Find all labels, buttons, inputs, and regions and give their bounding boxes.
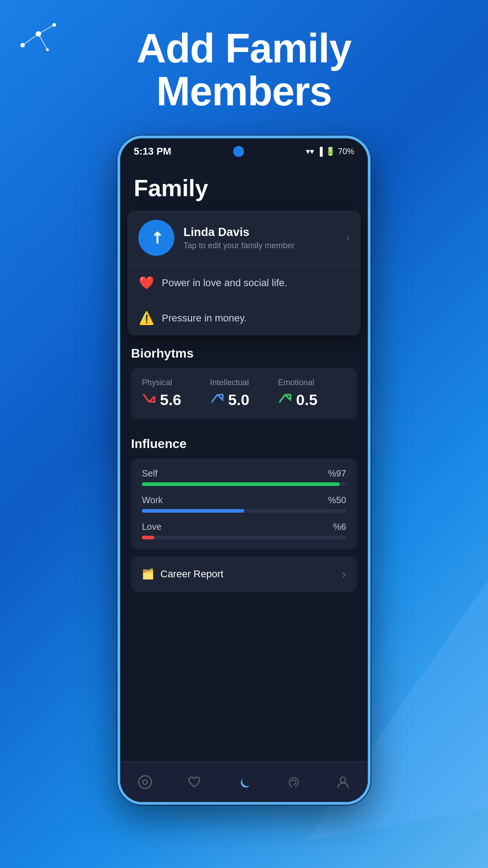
- biorhythm-intellectual: Intellectual 5.0: [210, 378, 278, 409]
- nav-moon[interactable]: [236, 774, 252, 790]
- heart-icon: ❤️: [138, 275, 155, 290]
- influence-self: Self %97: [142, 468, 346, 486]
- intellectual-label: Intellectual: [210, 378, 249, 387]
- biorhythm-card: Physical 5.6 Intellectual: [131, 368, 357, 419]
- self-label: Self: [142, 468, 157, 479]
- influence-card: Self %97 Work %50: [131, 458, 357, 549]
- svg-point-9: [340, 777, 346, 783]
- self-progress-fill: [142, 482, 340, 486]
- career-label: Career Report: [160, 568, 223, 580]
- insight-love-text: Power in love and social life.: [162, 277, 287, 289]
- briefcase-icon: 🗂️: [142, 568, 154, 580]
- family-title: Family: [134, 175, 354, 202]
- influence-work: Work %50: [142, 495, 346, 513]
- nav-favorites[interactable]: [186, 774, 202, 790]
- member-info: Linda Davis Tap to edit your family memb…: [183, 225, 337, 250]
- self-progress-bg: [142, 482, 346, 486]
- influence-title: Influence: [131, 437, 357, 451]
- physical-value: 5.6: [142, 391, 181, 409]
- physical-label: Physical: [142, 378, 172, 387]
- biorhythm-physical: Physical 5.6: [142, 378, 210, 409]
- insight-row-money: ⚠️ Pressure in money.: [127, 301, 361, 335]
- status-notch: [233, 146, 244, 157]
- self-pct: %97: [328, 468, 346, 479]
- biorhythms-title: Biorhytms: [131, 346, 357, 361]
- work-progress-bg: [142, 509, 346, 513]
- battery-pct: 70%: [338, 147, 354, 156]
- career-left: 🗂️ Career Report: [142, 568, 223, 580]
- intellectual-trend-icon: [210, 392, 225, 408]
- family-header: Family: [120, 161, 368, 211]
- family-dropdown-card: ↗ Linda Davis Tap to edit your family me…: [127, 211, 361, 335]
- chevron-right-icon: ›: [346, 231, 350, 244]
- love-progress-bg: [142, 536, 346, 539]
- career-report-row[interactable]: 🗂️ Career Report ›: [131, 557, 357, 592]
- love-pct: %6: [333, 522, 346, 532]
- status-bar: 5:13 PM ▾▾ ▐ 🔋 70%: [120, 138, 368, 161]
- emotional-trend-icon: [278, 392, 292, 408]
- status-time: 5:13 PM: [134, 146, 171, 157]
- influence-section: Influence Self %97 Work %50: [120, 426, 368, 557]
- sagittarius-icon: ↗: [145, 227, 167, 249]
- phone-mockup: 5:13 PM ▾▾ ▐ 🔋 70% Family ↗ Linda Davis …: [117, 136, 371, 805]
- work-label: Work: [142, 495, 163, 505]
- wifi-icon: ▾▾: [306, 146, 314, 156]
- physical-trend-icon: [142, 392, 156, 408]
- love-progress-fill: [142, 536, 154, 539]
- battery-icon: 🔋: [325, 146, 335, 156]
- warning-icon: ⚠️: [138, 311, 155, 326]
- svg-point-8: [143, 780, 147, 784]
- member-subtitle: Tap to edit your family member: [183, 241, 337, 250]
- nav-fingerprint[interactable]: [286, 774, 302, 790]
- career-chevron-icon: ›: [342, 566, 346, 582]
- status-icons: ▾▾ ▐ 🔋 70%: [306, 146, 354, 156]
- intellectual-value: 5.0: [210, 391, 249, 409]
- work-pct: %50: [328, 495, 346, 505]
- biorhythms-section: Biorhytms Physical 5.6: [120, 335, 368, 426]
- emotional-value: 0.5: [278, 391, 317, 409]
- work-progress-fill: [142, 509, 244, 513]
- love-label: Love: [142, 522, 161, 532]
- nav-profile[interactable]: [335, 774, 351, 790]
- app-content: Family ↗ Linda Davis Tap to edit your fa…: [120, 161, 368, 797]
- svg-point-7: [139, 776, 151, 788]
- insight-money-text: Pressure in money.: [162, 312, 247, 324]
- insight-row-love: ❤️ Power in love and social life.: [127, 265, 361, 301]
- influence-love: Love %6: [142, 522, 346, 539]
- signal-icon: ▐: [317, 147, 323, 156]
- emotional-label: Emotional: [278, 378, 314, 387]
- member-avatar: ↗: [138, 220, 174, 256]
- page-title: Add Family Members: [36, 27, 452, 113]
- bottom-nav: [120, 761, 368, 802]
- biorhythm-emotional: Emotional 0.5: [278, 378, 346, 409]
- page-title-section: Add Family Members: [0, 0, 488, 131]
- member-row[interactable]: ↗ Linda Davis Tap to edit your family me…: [127, 211, 361, 265]
- member-name: Linda Davis: [183, 225, 337, 239]
- nav-home[interactable]: [137, 774, 153, 790]
